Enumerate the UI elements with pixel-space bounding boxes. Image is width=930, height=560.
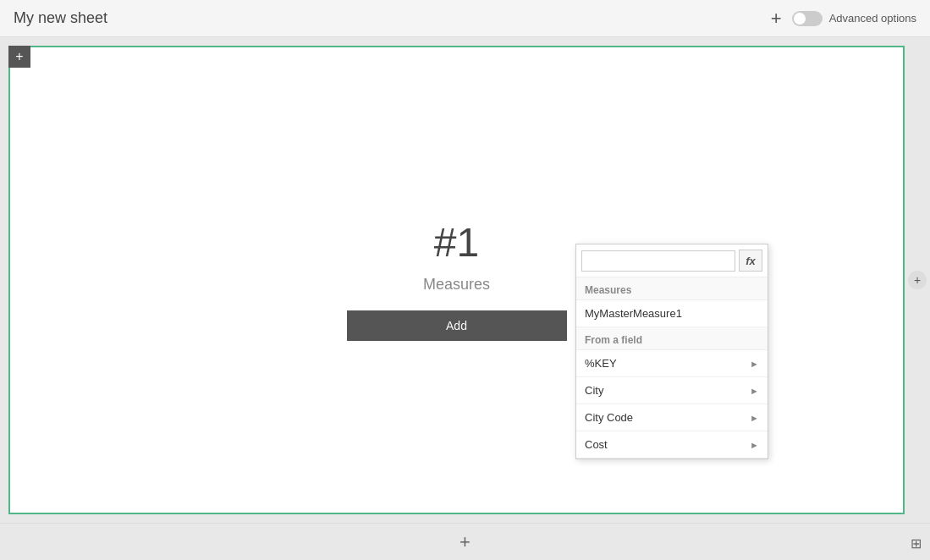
header: My new sheet + Advanced options — [0, 0, 930, 37]
advanced-options-toggle[interactable] — [792, 11, 823, 26]
header-right: + Advanced options — [771, 9, 916, 28]
chevron-right-icon: ► — [750, 440, 759, 450]
chevron-right-icon: ► — [750, 359, 759, 369]
field-item-city-code[interactable]: City Code ► — [576, 404, 768, 431]
field-label-cost: Cost — [585, 438, 608, 451]
main-area: + #1 Measures Add fx Measures MyMasterMe… — [0, 37, 930, 523]
dropdown-search-input[interactable] — [581, 250, 735, 272]
field-item-city[interactable]: City ► — [576, 377, 768, 404]
fx-button[interactable]: fx — [739, 250, 762, 272]
grid-view-icon[interactable]: ⊞ — [911, 535, 922, 552]
field-item-key[interactable]: %KEY ► — [576, 350, 768, 377]
advanced-options-wrap: Advanced options — [792, 11, 916, 26]
right-expand-area: + — [905, 37, 930, 523]
bottom-bar: + ⊞ — [0, 523, 930, 560]
master-measure-item[interactable]: MyMasterMeasure1 — [576, 300, 768, 327]
field-label-city-code: City Code — [585, 411, 633, 424]
kpi-add-button[interactable]: Add — [347, 310, 567, 341]
kpi-measures-label: Measures — [330, 276, 584, 294]
dropdown-search-row: fx — [576, 244, 768, 277]
bottom-add-sheet-button[interactable]: + — [459, 531, 471, 553]
section-header-measures: Measures — [576, 277, 768, 300]
field-label-key: %KEY — [585, 357, 617, 370]
canvas-add-button[interactable]: + — [8, 46, 30, 68]
section-header-from-field: From a field — [576, 327, 768, 350]
chevron-right-icon: ► — [750, 386, 759, 396]
field-item-cost[interactable]: Cost ► — [576, 431, 768, 458]
master-measure-label: MyMasterMeasure1 — [585, 307, 682, 320]
measures-dropdown: fx Measures MyMasterMeasure1 From a fiel… — [575, 244, 768, 459]
kpi-number: #1 — [330, 219, 584, 266]
canvas: + #1 Measures Add fx Measures MyMasterMe… — [8, 46, 905, 514]
chevron-right-icon: ► — [750, 413, 759, 423]
dropdown-list: Measures MyMasterMeasure1 From a field %… — [576, 277, 768, 458]
right-expand-button[interactable]: + — [908, 271, 927, 289]
header-plus-button[interactable]: + — [771, 9, 782, 28]
advanced-options-label: Advanced options — [829, 12, 916, 25]
field-label-city: City — [585, 384, 603, 397]
kpi-widget: #1 Measures Add — [330, 219, 584, 341]
sheet-title: My new sheet — [14, 9, 107, 27]
